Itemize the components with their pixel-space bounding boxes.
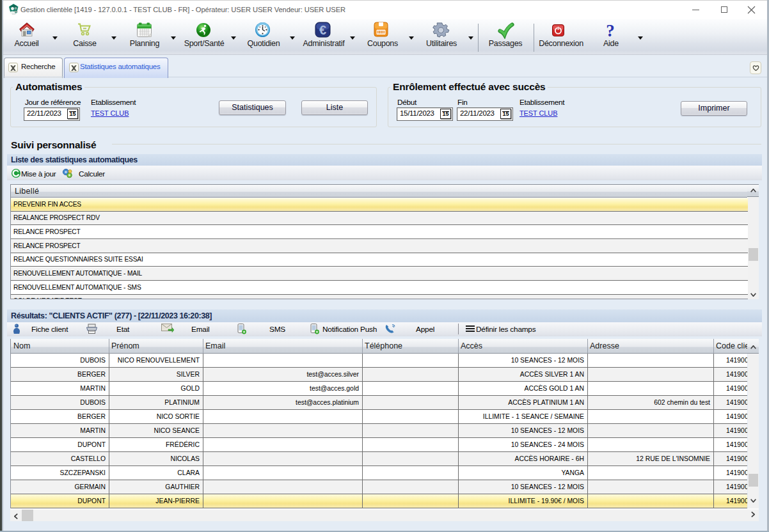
svg-text:?: ? — [606, 22, 615, 40]
svg-text:€: € — [319, 23, 326, 37]
